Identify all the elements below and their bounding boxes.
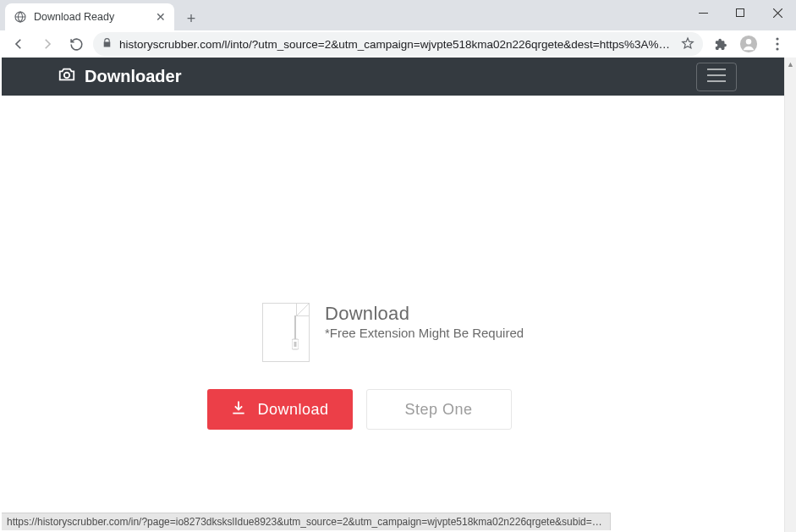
hamburger-menu-button[interactable] — [696, 63, 737, 91]
close-tab-icon[interactable]: ✕ — [156, 11, 166, 23]
download-heading: Download — [325, 303, 524, 325]
brand-text: Downloader — [85, 67, 181, 86]
site-brand[interactable]: Downloader — [58, 65, 181, 88]
tab-strip: Download Ready ✕ + — [0, 0, 796, 30]
step-one-button[interactable]: Step One — [366, 389, 512, 430]
profile-button[interactable] — [737, 32, 760, 56]
svg-rect-0 — [699, 13, 708, 14]
browser-chrome: Download Ready ✕ + historyscrubber.com/l… — [0, 0, 796, 58]
scroll-up-arrow[interactable]: ▲ — [785, 58, 796, 71]
reload-button[interactable] — [64, 32, 88, 56]
site-header: Downloader — [2, 58, 784, 96]
browser-menu-button[interactable] — [766, 32, 789, 56]
svg-point-8 — [64, 73, 69, 78]
svg-rect-1 — [737, 9, 744, 17]
browser-tab[interactable]: Download Ready ✕ — [5, 3, 174, 30]
window-controls — [684, 0, 796, 25]
extensions-button[interactable] — [708, 32, 732, 56]
svg-point-7 — [776, 47, 778, 50]
vertical-scrollbar[interactable]: ▲ — [784, 58, 796, 532]
download-button-label: Download — [257, 401, 328, 419]
svg-point-5 — [776, 37, 778, 40]
bookmark-star-icon[interactable] — [681, 36, 694, 52]
lock-icon — [102, 37, 113, 51]
svg-point-4 — [746, 39, 751, 44]
maximize-button[interactable] — [722, 0, 759, 25]
new-tab-button[interactable]: + — [179, 7, 203, 30]
minimize-button[interactable] — [684, 0, 722, 25]
download-subtext: *Free Extension Might Be Required — [325, 326, 524, 340]
status-bar: https://historyscrubber.com/in/?page=io8… — [2, 513, 611, 530]
camera-icon — [58, 65, 76, 88]
svg-rect-9 — [294, 315, 296, 339]
download-info-row: Download *Free Extension Might Be Requir… — [262, 303, 524, 362]
download-button[interactable]: Download — [207, 389, 353, 430]
browser-toolbar: historyscrubber.com/l/into/?utm_source=2… — [0, 30, 796, 58]
tab-title: Download Ready — [34, 11, 149, 23]
forward-button[interactable] — [36, 32, 59, 56]
hamburger-icon — [706, 68, 727, 86]
close-window-button[interactable] — [759, 0, 796, 25]
step-one-label: Step One — [404, 401, 472, 419]
page-viewport: Downloader Download *Free Extension Migh… — [2, 58, 784, 532]
globe-icon — [14, 10, 27, 24]
svg-point-6 — [776, 42, 778, 45]
address-bar[interactable]: historyscrubber.com/l/into/?utm_source=2… — [93, 32, 703, 56]
button-row: Download Step One — [207, 389, 512, 430]
zip-file-icon — [262, 303, 310, 362]
download-text-block: Download *Free Extension Might Be Requir… — [325, 303, 524, 340]
url-text: historyscrubber.com/l/into/?utm_source=2… — [119, 38, 674, 51]
download-icon — [230, 399, 247, 420]
main-content: Download *Free Extension Might Be Requir… — [2, 96, 784, 430]
back-button[interactable] — [7, 32, 30, 56]
svg-rect-11 — [294, 342, 296, 347]
